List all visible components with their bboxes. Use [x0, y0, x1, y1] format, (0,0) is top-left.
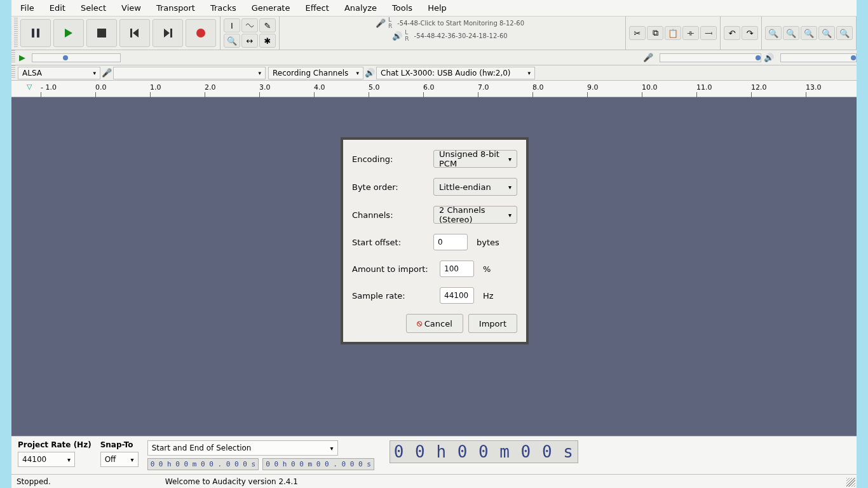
skip-end-button[interactable]: [153, 19, 183, 47]
selection-start-timecode[interactable]: 0 0 h 0 0 m 0 0 . 0 0 0 s: [147, 458, 259, 470]
amount-input[interactable]: [440, 261, 474, 277]
cut-icon[interactable]: ✂: [629, 26, 646, 40]
selection-mode-dropdown[interactable]: Start and End of Selection: [147, 440, 338, 456]
menu-edit[interactable]: Edit: [43, 1, 72, 15]
offset-unit: bytes: [477, 238, 499, 247]
speaker-icon: 🔊: [365, 68, 375, 78]
timeline-tick: 5.0: [369, 83, 380, 92]
timeline-tick: 3.0: [259, 83, 271, 92]
menu-help[interactable]: Help: [421, 1, 453, 15]
toolbar-grip[interactable]: [11, 65, 15, 78]
meter-tick: -18: [477, 32, 487, 39]
start-offset-input[interactable]: [433, 234, 468, 250]
paste-icon[interactable]: 📋: [665, 26, 681, 40]
meter-tick: -12: [503, 20, 513, 27]
menu-tracks[interactable]: Tracks: [204, 1, 243, 15]
meter-tick: -24: [466, 32, 476, 39]
toolbar-grip[interactable]: [11, 50, 15, 63]
audio-host-dropdown[interactable]: ALSA▾: [18, 67, 100, 79]
svg-marker-5: [133, 29, 139, 37]
playback-device-dropdown[interactable]: Chat LX-3000: USB Audio (hw:2,0)▾: [376, 67, 535, 79]
zoom-sel-icon[interactable]: 🔍: [801, 26, 817, 40]
toolbar-main: I ✎ 🔍 ↔ ✱ 🎤 LR -54 -48 - Click to S: [11, 17, 857, 50]
menu-transport[interactable]: Transport: [150, 1, 201, 15]
channels-dropdown[interactable]: 2 Channels (Stereo): [433, 206, 517, 224]
copy-icon[interactable]: ⧉: [647, 26, 663, 40]
menu-select[interactable]: Select: [74, 1, 112, 15]
recording-channels-dropdown[interactable]: Recording Channels▾: [268, 67, 363, 79]
pause-button[interactable]: [20, 19, 51, 47]
amount-label: Amount to import:: [352, 264, 435, 274]
svg-rect-1: [37, 29, 39, 37]
recording-meter[interactable]: -54 -48 - Click to Start Monitoring 8 -1…: [392, 20, 529, 27]
svg-rect-7: [170, 29, 172, 37]
menu-file[interactable]: File: [14, 1, 41, 15]
play-at-speed-icon[interactable]: ▶: [19, 53, 25, 62]
meter-tick: 0: [520, 20, 524, 27]
sample-rate-input[interactable]: [440, 287, 474, 304]
playback-volume-slider[interactable]: [780, 53, 857, 62]
toolbar-secondary: ▶ 🎤 🔊: [11, 50, 857, 65]
playback-meter[interactable]: -54 -48 -42 -36 -30 -24 -18 -12 -6 0: [409, 32, 513, 39]
undo-icon[interactable]: ↶: [724, 26, 740, 40]
timeline-ruler[interactable]: ▽ - 1.0 0.0 1.0 2.0 3.0 4.0 5.0 6.0 7.0 …: [11, 81, 857, 97]
encoding-dropdown[interactable]: Unsigned 8-bit PCM: [433, 150, 517, 168]
redo-icon[interactable]: ↷: [742, 26, 758, 40]
svg-rect-0: [32, 29, 34, 37]
toolbar-grip[interactable]: [14, 18, 18, 48]
menu-effect[interactable]: Effect: [299, 1, 335, 15]
zoom-out-icon[interactable]: 🔍: [783, 26, 799, 40]
menu-analyze[interactable]: Analyze: [338, 1, 383, 15]
amount-unit: %: [483, 264, 491, 274]
timeline-tick: 10.0: [642, 83, 658, 92]
timeline-tick: 9.0: [587, 83, 599, 92]
timeline-tick: 7.0: [478, 83, 489, 92]
menu-generate[interactable]: Generate: [245, 1, 297, 15]
timeline-tick: 8.0: [532, 83, 544, 92]
import-button[interactable]: Import: [468, 314, 517, 333]
cancel-button[interactable]: ⦸Cancel: [406, 314, 463, 333]
status-welcome: Welcome to Audacity version 2.4.1: [165, 477, 298, 486]
project-rate-dropdown[interactable]: 44100: [18, 452, 75, 467]
zoom-toggle-icon[interactable]: 🔍: [836, 26, 853, 40]
playhead-icon[interactable]: ▽: [27, 83, 32, 91]
resize-grip[interactable]: [846, 478, 855, 487]
silence-icon[interactable]: ⟞: [700, 26, 717, 40]
timeline-tick: 4.0: [314, 83, 325, 92]
skip-start-button[interactable]: [119, 19, 150, 47]
envelope-tool-icon[interactable]: [241, 18, 258, 32]
zoom-tool-icon[interactable]: 🔍: [224, 34, 240, 48]
timeline-tick: - 1.0: [41, 83, 57, 92]
status-state: Stopped.: [17, 477, 51, 486]
svg-marker-2: [65, 29, 72, 37]
encoding-label: Encoding:: [352, 154, 428, 164]
stop-button[interactable]: [86, 19, 117, 47]
byteorder-dropdown[interactable]: Little-endian: [433, 178, 517, 196]
timeline-tick: 12.0: [751, 83, 767, 92]
recording-volume-slider[interactable]: [660, 53, 761, 62]
channels-label: Channels:: [352, 210, 428, 220]
playback-speed-slider[interactable]: [32, 53, 121, 62]
zoom-in-icon[interactable]: 🔍: [765, 26, 782, 40]
menu-view[interactable]: View: [115, 1, 147, 15]
recording-device-dropdown[interactable]: ▾: [113, 67, 266, 79]
selection-tool-icon[interactable]: I: [224, 18, 240, 32]
meter-hint: Click to Start Monitoring 8: [421, 20, 504, 27]
zoom-fit-icon[interactable]: 🔍: [818, 26, 835, 40]
menu-tools[interactable]: Tools: [386, 1, 419, 15]
selection-end-timecode[interactable]: 0 0 h 0 0 m 0 0 . 0 0 0 s: [262, 458, 374, 470]
record-button[interactable]: [186, 19, 216, 47]
start-offset-label: Start offset:: [352, 238, 428, 247]
speaker-icon: 🔊: [392, 31, 402, 41]
selection-toolbar: Project Rate (Hz) 44100 Snap-To Off Star…: [11, 436, 857, 474]
snap-to-dropdown[interactable]: Off: [100, 452, 139, 467]
multi-tool-icon[interactable]: ✱: [259, 34, 276, 48]
draw-tool-icon[interactable]: ✎: [259, 18, 276, 32]
trim-icon[interactable]: ⟛: [682, 26, 699, 40]
meter-tick: -54: [414, 32, 424, 39]
play-button[interactable]: [53, 19, 84, 47]
timeshift-tool-icon[interactable]: ↔: [241, 34, 258, 48]
audio-position-timecode[interactable]: 0 0 h 0 0 m 0 0 s: [390, 440, 578, 463]
meter-tick: -48: [408, 20, 418, 27]
project-rate-label: Project Rate (Hz): [18, 440, 92, 449]
